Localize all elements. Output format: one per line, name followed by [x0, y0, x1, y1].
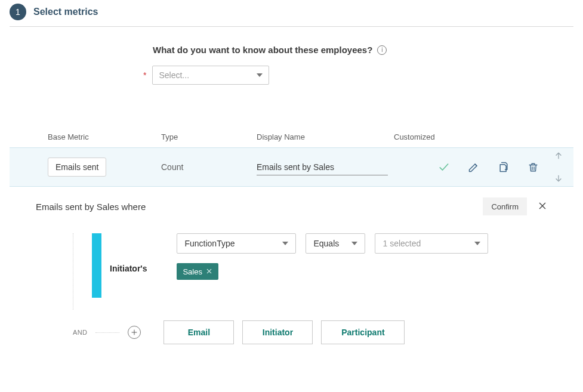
step-number-badge: 1 — [10, 4, 26, 20]
and-label: AND — [73, 329, 87, 336]
col-header-customized: Customized — [394, 132, 501, 141]
and-connector-line — [95, 332, 119, 333]
chevron-down-icon — [282, 242, 288, 245]
base-metric-chip[interactable]: Emails sent — [48, 158, 106, 177]
initiator-label: Initiator's — [110, 258, 147, 273]
operator-dropdown[interactable]: Equals — [306, 233, 365, 254]
col-header-display: Display Name — [257, 132, 394, 141]
confirm-button[interactable]: Confirm — [483, 197, 527, 215]
metric-type: Count — [161, 162, 257, 172]
attribute-dropdown-label: FunctionType — [184, 239, 235, 248]
move-down-icon[interactable] — [554, 174, 563, 183]
delete-icon[interactable] — [528, 162, 539, 173]
editor-title: Emails sent by Sales where — [36, 202, 146, 212]
apply-icon[interactable] — [438, 161, 450, 173]
display-name-input[interactable] — [257, 159, 388, 175]
col-header-base: Base Metric — [36, 132, 161, 141]
prompt-question: What do you want to know about these emp… — [153, 45, 372, 55]
chevron-down-icon — [257, 73, 263, 77]
add-condition-button[interactable] — [128, 326, 141, 339]
metric-select-placeholder: Select... — [159, 70, 189, 80]
filter-rail — [73, 233, 73, 310]
group-email-label: Email — [188, 328, 210, 337]
initiator-bar — [92, 233, 101, 298]
required-star: * — [143, 70, 146, 80]
prompt-section: What do you want to know about these emp… — [153, 45, 573, 85]
filter-value-tag: Sales — [177, 263, 218, 280]
filter-value-tag-label: Sales — [183, 267, 202, 276]
reorder-arrows — [550, 147, 567, 187]
filter-editor: Emails sent by Sales where Confirm Initi… — [10, 187, 573, 344]
step-title: Select metrics — [33, 7, 98, 17]
metric-row: Emails sent Count — [10, 147, 573, 187]
col-header-type: Type — [161, 132, 257, 141]
group-email-button[interactable]: Email — [164, 320, 234, 344]
group-initiator-label: Initiator — [263, 328, 293, 337]
metric-select-dropdown[interactable]: Select... — [152, 66, 269, 85]
group-participant-label: Participant — [341, 328, 384, 337]
step-number: 1 — [16, 7, 20, 17]
move-up-icon[interactable] — [554, 151, 563, 160]
base-metric-label: Emails sent — [55, 162, 98, 172]
value-dropdown-label: 1 selected — [383, 239, 421, 248]
group-participant-button[interactable]: Participant — [321, 320, 405, 344]
metric-table-header: Base Metric Type Display Name Customized — [10, 132, 573, 141]
value-dropdown[interactable]: 1 selected — [375, 233, 488, 254]
chevron-down-icon — [474, 242, 480, 245]
operator-dropdown-label: Equals — [313, 239, 339, 248]
step-header: 1 Select metrics — [10, 0, 573, 27]
attribute-dropdown[interactable]: FunctionType — [177, 233, 296, 254]
chevron-down-icon — [351, 242, 357, 245]
remove-tag-icon[interactable] — [206, 267, 212, 276]
duplicate-icon[interactable] — [498, 161, 510, 173]
group-initiator-button[interactable]: Initiator — [242, 320, 313, 344]
edit-icon[interactable] — [468, 161, 480, 173]
info-icon[interactable]: i — [377, 45, 387, 55]
close-icon[interactable] — [538, 201, 547, 212]
